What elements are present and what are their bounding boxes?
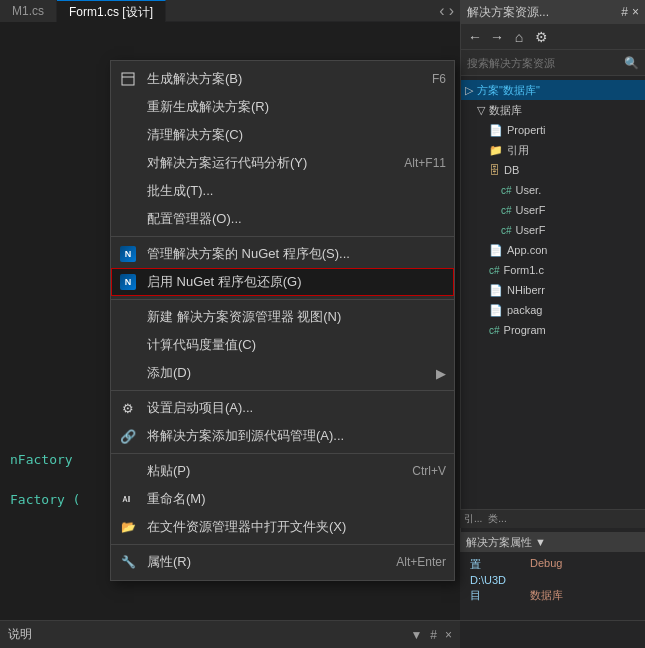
menu-label-rename: 重命名(M)	[147, 490, 206, 508]
search-input[interactable]	[467, 57, 624, 69]
panel-toolbar: ← → ⌂ ⚙	[461, 24, 645, 50]
tree-item-packages[interactable]: 📄 packag	[461, 300, 645, 320]
tree-item-db-folder[interactable]: ▽ 数据库	[461, 100, 645, 120]
menu-label-source: 将解决方案添加到源代码管理(A)...	[147, 427, 344, 445]
tree-item-form1[interactable]: c# Form1.c	[461, 260, 645, 280]
menu-item-config[interactable]: 配置管理器(O)...	[111, 205, 454, 233]
menu-item-open-folder[interactable]: 📂 在文件资源管理器中打开文件夹(X)	[111, 513, 454, 541]
prop-row-1: 置 Debug	[466, 556, 639, 573]
menu-item-build[interactable]: 生成解决方案(B) F6	[111, 65, 454, 93]
tree-label-user1: User.	[516, 184, 542, 196]
solution-explorer-header: 解决方案资源... # ×	[461, 0, 645, 24]
tree-item-db[interactable]: 🗄 DB	[461, 160, 645, 180]
tree-item-properties[interactable]: 📄 Properti	[461, 120, 645, 140]
menu-item-nuget-manage[interactable]: N 管理解决方案的 NuGet 程序包(S)...	[111, 240, 454, 268]
separator-4	[111, 453, 454, 454]
tree-label-ref: 引用	[507, 143, 529, 158]
menu-item-source[interactable]: 🔗 将解决方案添加到源代码管理(A)...	[111, 422, 454, 450]
menu-label-batch: 批生成(T)...	[147, 182, 213, 200]
prop-value-1: Debug	[530, 557, 562, 572]
tree-item-label-db: 数据库	[489, 103, 522, 118]
nuget-manage-icon: N	[117, 243, 139, 265]
settings-button[interactable]: ⚙	[531, 27, 551, 47]
menu-label-nuget-manage: 管理解决方案的 NuGet 程序包(S)...	[147, 245, 350, 263]
bottom-pin-1[interactable]: ▼	[410, 628, 422, 642]
tree-label-form1: Form1.c	[504, 264, 544, 276]
search-box[interactable]: 🔍	[461, 50, 645, 76]
forward-button[interactable]: →	[487, 27, 507, 47]
tree-item-program[interactable]: c# Program	[461, 320, 645, 340]
menu-label-rebuild: 重新生成解决方案(R)	[147, 98, 269, 116]
right-panel-status-bar	[460, 620, 645, 648]
tree-item-appcon[interactable]: 📄 App.con	[461, 240, 645, 260]
home-button[interactable]: ⌂	[509, 27, 529, 47]
properties-panel: 解决方案属性 ▼ 置 Debug D:\U3D 目 数据库	[460, 532, 645, 620]
properties-title: 解决方案属性 ▼	[466, 535, 546, 550]
config-icon: 📄	[489, 244, 503, 257]
tab-form1cs[interactable]: Form1.cs [设计]	[57, 0, 166, 22]
tab-scroll-right[interactable]: ›	[449, 2, 454, 20]
close-panel-icon[interactable]: ×	[632, 5, 639, 19]
tree-item-nhibernate[interactable]: 📄 NHiberr	[461, 280, 645, 300]
menu-label-properties: 属性(R)	[147, 553, 191, 571]
prop-row-2: D:\U3D	[466, 573, 639, 587]
menu-item-nuget-restore[interactable]: N 启用 NuGet 程序包还原(G)	[111, 268, 454, 296]
menu-shortcut-build: F6	[412, 72, 446, 86]
bottom-close[interactable]: ×	[445, 628, 452, 642]
prop-row-3: 目 数据库	[466, 587, 639, 604]
solution-explorer-title: 解决方案资源...	[467, 4, 549, 21]
submenu-arrow: ▶	[436, 366, 446, 381]
properties-header: 解决方案属性 ▼	[460, 533, 645, 552]
startup-icon: ⚙	[117, 397, 139, 419]
bottom-tabs: 引... 类...	[460, 509, 645, 528]
menu-item-rename[interactable]: 重命名(M)	[111, 485, 454, 513]
menu-label-analyze: 对解决方案运行代码分析(Y)	[147, 154, 307, 172]
tab-scroll-left[interactable]: ‹	[439, 2, 444, 20]
menu-label-config: 配置管理器(O)...	[147, 210, 242, 228]
tree-label-userf2: UserF	[516, 224, 546, 236]
tree-item-solution[interactable]: ▷ 方案"数据库"	[461, 80, 645, 100]
menu-shortcut-paste: Ctrl+V	[392, 464, 446, 478]
svg-rect-0	[122, 73, 134, 85]
panel-tab-class[interactable]: 类...	[488, 512, 506, 526]
tree-item-userf2[interactable]: c# UserF	[461, 220, 645, 240]
menu-item-calculate[interactable]: 计算代码度量值(C)	[111, 331, 454, 359]
menu-label-startup: 设置启动项目(A)...	[147, 399, 253, 417]
solution-tree: ▷ 方案"数据库" ▽ 数据库 📄 Properti 📁 引用 🗄 DB c# …	[461, 76, 645, 344]
menu-label-new-view: 新建 解决方案资源管理器 视图(N)	[147, 308, 341, 326]
menu-item-analyze[interactable]: 对解决方案运行代码分析(Y) Alt+F11	[111, 149, 454, 177]
prop-label-2: D:\U3D	[470, 574, 530, 586]
pin-icon[interactable]: #	[621, 5, 628, 19]
menu-item-new-view[interactable]: 新建 解决方案资源管理器 视图(N)	[111, 303, 454, 331]
tree-label-userf1: UserF	[516, 204, 546, 216]
separator-1	[111, 236, 454, 237]
tree-label-packages: packag	[507, 304, 542, 316]
source-icon: 🔗	[117, 425, 139, 447]
nuget-restore-icon: N	[117, 271, 139, 293]
menu-item-rebuild[interactable]: 重新生成解决方案(R)	[111, 93, 454, 121]
separator-3	[111, 390, 454, 391]
menu-item-paste[interactable]: 粘贴(P) Ctrl+V	[111, 457, 454, 485]
tree-item-user1[interactable]: c# User.	[461, 180, 645, 200]
ref-icon: 📁	[489, 144, 503, 157]
menu-item-clean[interactable]: 清理解决方案(C)	[111, 121, 454, 149]
tree-item-label: 方案"数据库"	[477, 83, 540, 98]
tree-item-references[interactable]: 📁 引用	[461, 140, 645, 160]
menu-item-startup[interactable]: ⚙ 设置启动项目(A)...	[111, 394, 454, 422]
tree-label-program: Program	[504, 324, 546, 336]
cs-icon-2: c#	[501, 205, 512, 216]
tree-item-userf1[interactable]: c# UserF	[461, 200, 645, 220]
tree-label-db2: DB	[504, 164, 519, 176]
menu-label-add: 添加(D)	[147, 364, 191, 382]
menu-label-clean: 清理解决方案(C)	[147, 126, 243, 144]
menu-item-batch[interactable]: 批生成(T)...	[111, 177, 454, 205]
menu-item-add[interactable]: 添加(D) ▶	[111, 359, 454, 387]
menu-item-properties[interactable]: 🔧 属性(R) Alt+Enter	[111, 548, 454, 576]
tree-label-properties: Properti	[507, 124, 546, 136]
back-button[interactable]: ←	[465, 27, 485, 47]
prop-label-3: 目	[470, 588, 530, 603]
panel-tab-ref[interactable]: 引...	[464, 512, 482, 526]
tab-m1cs[interactable]: M1.cs	[0, 0, 57, 22]
bottom-pin-2[interactable]: #	[430, 628, 437, 642]
context-menu: 生成解决方案(B) F6 重新生成解决方案(R) 清理解决方案(C) 对解决方案…	[110, 60, 455, 581]
